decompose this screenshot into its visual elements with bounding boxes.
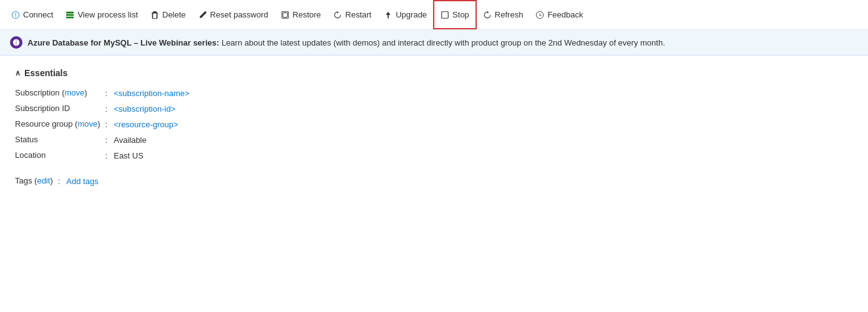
subscription-value: <subscription-name> (105, 88, 853, 99)
subscription-id-link[interactable]: <subscription-id> (114, 104, 175, 114)
subscription-name-link[interactable]: <subscription-name> (114, 89, 189, 98)
view-process-list-button[interactable]: View process list (59, 0, 144, 29)
restart-label: Restart (345, 10, 371, 19)
stop-icon (441, 11, 449, 19)
subscription-label: Subscription (move) (15, 88, 105, 99)
toolbar: Connect View process list Delete Reset p… (0, 0, 868, 30)
restore-label: Restore (293, 10, 321, 19)
location-label: Location (15, 150, 105, 161)
restore-icon (281, 11, 290, 19)
main-content: ∧ Essentials Subscription (move) <subscr… (0, 56, 868, 199)
tags-section: Tags (edit) Add tags (15, 176, 853, 187)
banner-text: Azure Database for MySQL – Live Webinar … (27, 38, 665, 47)
status-text: Available (114, 135, 147, 145)
tags-edit-link[interactable]: edit (37, 176, 50, 185)
delete-icon (150, 11, 159, 19)
resource-group-label: Resource group (move) (15, 119, 105, 130)
essentials-title: Essentials (24, 68, 67, 78)
add-tags-link[interactable]: Add tags (66, 177, 98, 186)
subscription-id-label: Subscription ID (15, 104, 105, 114)
delete-label: Delete (162, 10, 186, 19)
connect-label: Connect (23, 10, 53, 19)
svg-rect-0 (66, 11, 74, 13)
refresh-label: Refresh (495, 10, 524, 19)
tags-label: Tags (edit) (15, 176, 58, 187)
upgrade-icon (384, 11, 393, 19)
banner-description: Learn about the latest updates (with dem… (219, 38, 665, 47)
resource-group-move-link[interactable]: move (77, 119, 97, 129)
resource-group-link[interactable]: <resource-group> (114, 120, 178, 129)
svg-rect-5 (442, 11, 449, 18)
reset-password-button[interactable]: Reset password (192, 0, 275, 29)
restart-button[interactable]: Restart (327, 0, 378, 29)
view-process-list-label: View process list (77, 10, 138, 19)
subscription-id-value: <subscription-id> (105, 104, 853, 114)
feedback-icon (535, 11, 544, 19)
svg-rect-2 (66, 16, 74, 18)
stop-label: Stop (452, 10, 469, 19)
banner-bold-text: Azure Database for MySQL – Live Webinar … (27, 38, 219, 47)
restore-button[interactable]: Restore (275, 0, 328, 29)
svg-rect-1 (66, 14, 74, 16)
tags-value: Add tags (58, 176, 853, 187)
feedback-button[interactable]: Feedback (529, 0, 589, 29)
stop-button[interactable]: Stop (433, 0, 477, 29)
refresh-icon (483, 11, 492, 19)
view-process-list-icon (66, 11, 74, 19)
reset-password-label: Reset password (210, 10, 268, 19)
feedback-label: Feedback (547, 10, 583, 19)
info-banner: Azure Database for MySQL – Live Webinar … (0, 30, 868, 56)
delete-button[interactable]: Delete (144, 0, 192, 29)
chevron-up-icon: ∧ (15, 69, 21, 77)
essentials-header: ∧ Essentials (15, 68, 853, 78)
upgrade-button[interactable]: Upgrade (378, 0, 433, 29)
reset-password-icon (198, 11, 207, 19)
refresh-button[interactable]: Refresh (477, 0, 530, 29)
status-label: Status (15, 135, 105, 145)
restart-icon (333, 11, 342, 19)
connect-button[interactable]: Connect (5, 0, 59, 29)
svg-rect-4 (283, 12, 287, 17)
banner-icon (10, 36, 22, 49)
subscription-move-link[interactable]: move (64, 88, 84, 97)
connect-icon (11, 11, 20, 19)
essentials-grid: Subscription (move) <subscription-name> … (15, 88, 853, 161)
status-value: Available (105, 135, 853, 145)
location-text: East US (114, 151, 144, 160)
resource-group-value: <resource-group> (105, 119, 853, 130)
location-value: East US (105, 150, 853, 161)
upgrade-label: Upgrade (396, 10, 427, 19)
